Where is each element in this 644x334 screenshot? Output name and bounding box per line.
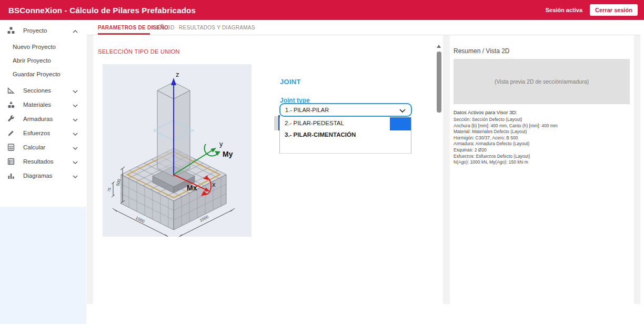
moment-x-label: Mx — [187, 184, 197, 192]
data-line-anchura-canto: Anchura (b) [mm]: 400 mm, Canto (h) [mm]… — [454, 123, 558, 129]
set-square-icon — [6, 86, 16, 95]
session-status: Sesión activa — [546, 7, 582, 13]
chevron-down-icon — [399, 105, 406, 115]
axis-z-label: z — [176, 70, 179, 78]
joint-type-select[interactable]: 1.- PILAR-PILAR — [279, 103, 412, 117]
viewer-3d[interactable]: 500 75 1000 1000 z y My — [103, 64, 251, 237]
foundation-3d-drawing: 500 75 1000 1000 z y My — [103, 64, 251, 237]
chevron-down-icon — [73, 114, 78, 124]
tabbar-border — [87, 35, 640, 35]
data-line-esfuerzos: Esfuerzos: Esfuerzos Defecto (Layout) — [454, 154, 558, 160]
sidebar-item-label: Materiales — [23, 102, 51, 108]
logout-button[interactable]: Cerrar sesión — [590, 4, 638, 16]
dim-offset-label: 75 — [107, 187, 112, 192]
sidebar-filler-panel — [0, 207, 86, 324]
joint-type-dropdown-list: 2.- PILAR-PEDESTAL 3.- PILAR-CIMENTACIÓN — [279, 117, 411, 154]
sidebar-item-diagramas[interactable]: Diagramas — [0, 168, 86, 183]
active-data-title: Datos Activos para Visor 3D: — [454, 109, 517, 115]
sidebar-item-guardar-proyecto[interactable]: Guardar Proyecto — [0, 67, 86, 81]
sidebar-item-label: Calcular — [23, 144, 45, 150]
chevron-down-icon — [73, 86, 78, 95]
right-edge-gutter — [634, 35, 640, 304]
data-line-seccion: Sección: Sección Defecto (Layout) — [454, 117, 558, 123]
sidebar-item-label: Secciones — [23, 87, 51, 94]
sidebar-item-label: Abrir Proyecto — [13, 57, 51, 64]
dropdown-artifact — [274, 116, 278, 130]
active-data-block: Sección: Sección Defecto (Layout) Anchur… — [454, 117, 558, 166]
axis-y-label: y — [219, 140, 223, 148]
sidebar-item-proyecto[interactable]: Proyecto — [0, 23, 86, 37]
sidebar-main-divider — [87, 35, 93, 304]
table-icon — [6, 157, 16, 166]
sidebar-item-materiales[interactable]: Materiales — [0, 97, 86, 112]
moment-y-label: My — [223, 150, 233, 158]
active-tab-underline — [98, 33, 150, 35]
preview-2d-placeholder: (Vista previa 2D de sección/armadura) — [454, 59, 630, 104]
sidebar-item-secciones[interactable]: Secciones — [0, 83, 86, 97]
tab-vision-3d[interactable]: CIÓN 3D — [152, 25, 175, 31]
workspaces-icon — [6, 26, 16, 35]
tab-resultados-y-diagramas[interactable]: RESULTADOS Y DIAGRAMAS — [179, 25, 255, 31]
chevron-up-icon — [73, 26, 78, 35]
sidebar-item-abrir-proyecto[interactable]: Abrir Proyecto — [0, 53, 86, 67]
summary-panel-title: Resumen / Vista 2D — [454, 47, 510, 55]
main-panel-divider — [443, 35, 450, 304]
application-window: BSConneXion - Cálculo de Pilares Prefabr… — [0, 0, 644, 334]
data-line-cargas: N(Ago): 1000 kN, My(Ago): 150 kN·m — [454, 159, 558, 166]
sidebar-item-label: Resultados — [23, 158, 54, 165]
scrollbar-up-arrow[interactable] — [437, 45, 441, 48]
app-title: BSConneXion - Cálculo de Pilares Prefabr… — [8, 6, 196, 15]
joint-heading: JOINT — [280, 78, 301, 86]
sidebar-item-label: Diagramas — [23, 173, 53, 179]
sidebar-item-calcular[interactable]: Calcular — [0, 140, 86, 154]
main-scrollbar-thumb[interactable] — [437, 52, 441, 113]
sidebar-item-esfuerzos[interactable]: Esfuerzos — [0, 126, 86, 140]
sidebar-item-label: Armaduras — [23, 116, 53, 122]
bar-chart-icon — [6, 171, 16, 180]
sidebar-item-label: Esfuerzos — [23, 130, 50, 136]
data-line-hormigon-acero: Hormigón: C30/37, Acero: B 500 — [454, 135, 558, 141]
chevron-down-icon — [73, 157, 78, 166]
chevron-down-icon — [73, 100, 78, 109]
joint-select-value: 1.- PILAR-PILAR — [285, 107, 329, 113]
shapes-icon — [6, 100, 16, 109]
data-line-material: Material: Materiales Defecto (Layout) — [454, 129, 558, 135]
sidebar-item-nuevo-proyecto[interactable]: Nuevo Proyecto — [0, 39, 86, 54]
sidebar-item-armaduras[interactable]: Armaduras — [0, 112, 86, 126]
sidebar-item-label: Nuevo Proyecto — [13, 44, 56, 50]
sidebar-item-label: Proyecto — [23, 27, 47, 34]
option-pilar-pedestal[interactable]: 2.- PILAR-PEDESTAL — [285, 120, 344, 126]
chevron-down-icon — [73, 143, 78, 152]
preview-placeholder-text: (Vista previa 2D de sección/armadura) — [495, 78, 589, 85]
chevron-down-icon — [73, 128, 78, 138]
sidebar-item-resultados[interactable]: Resultados — [0, 154, 86, 168]
sidebar: Proyecto Nuevo Proyecto Abrir Proyecto G… — [0, 20, 86, 304]
header-right-group: Sesión activa Cerrar sesión — [546, 4, 644, 16]
wrench-icon — [6, 114, 16, 124]
app-header: BSConneXion - Cálculo de Pilares Prefabr… — [0, 0, 644, 20]
data-line-armadura: Armadura: Armadura Defecto (Layout) — [454, 141, 558, 147]
dropdown-scrollbar-thumb[interactable] — [390, 117, 411, 130]
calculator-icon — [6, 143, 16, 152]
axis-x-label: x — [212, 180, 216, 188]
section-title: SELECCIÓN TIPO DE UNION — [98, 48, 180, 55]
chevron-down-icon — [73, 171, 78, 180]
option-pilar-cimentacion[interactable]: 3.- PILAR-CIMENTACIÓN — [285, 131, 356, 138]
sidebar-item-label: Guardar Proyecto — [13, 71, 61, 77]
pencil-icon — [6, 128, 16, 138]
data-line-esquinas: Esquinas: 2 Ø20 — [454, 147, 558, 154]
